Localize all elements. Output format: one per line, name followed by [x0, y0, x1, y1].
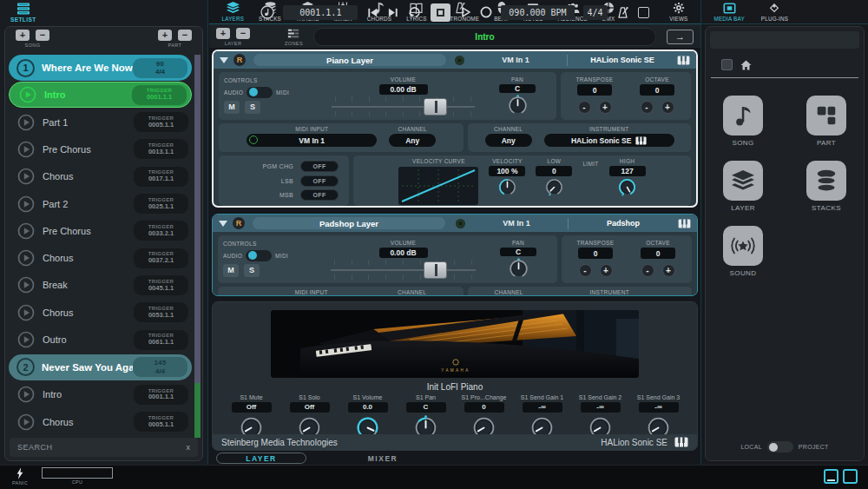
- setlist-part-row[interactable]: Pre ChorusTRIGGER0013.1.1: [8, 135, 193, 162]
- midi-channel-select[interactable]: Any: [389, 134, 436, 147]
- play-circle-icon[interactable]: [17, 304, 35, 321]
- record-arm-button[interactable]: R: [233, 217, 245, 229]
- mute-button[interactable]: M: [223, 264, 239, 277]
- low-limit-value[interactable]: 0: [536, 166, 572, 176]
- volume-value[interactable]: 0.00 dB: [379, 248, 428, 258]
- audio-midi-toggle[interactable]: [247, 87, 273, 98]
- add-song-button[interactable]: +: [16, 30, 30, 41]
- transpose-value[interactable]: 0: [578, 248, 613, 259]
- param-value[interactable]: Off: [290, 402, 330, 413]
- pan-value[interactable]: C: [499, 84, 536, 93]
- velocity-curve-graph[interactable]: [398, 167, 478, 205]
- layer-plugin-name[interactable]: HALion Sonic SE: [575, 56, 669, 64]
- param-value[interactable]: -∞: [581, 402, 621, 413]
- octave-plus-button[interactable]: +: [661, 101, 674, 114]
- retrigger-icon[interactable]: [408, 6, 422, 18]
- instrument-tab-mixer[interactable]: MIXER: [338, 453, 428, 464]
- search-input[interactable]: SEARCH x: [10, 438, 198, 457]
- volume-value[interactable]: 0.00 dB: [379, 84, 428, 95]
- remove-part-button[interactable]: −: [178, 30, 192, 41]
- layer-panel[interactable]: R Piano Layer VM In 1 HALion Sonic SE CO…: [212, 50, 698, 208]
- play-circle-icon[interactable]: [17, 114, 35, 131]
- search-clear-button[interactable]: x: [187, 443, 191, 452]
- play-circle-icon[interactable]: [17, 386, 35, 403]
- high-limit-value[interactable]: 127: [609, 166, 646, 176]
- param-value[interactable]: 0: [464, 402, 504, 413]
- add-part-button[interactable]: +: [158, 30, 172, 41]
- pan-knob[interactable]: [507, 95, 529, 116]
- pan-knob[interactable]: [508, 258, 529, 280]
- current-part-display[interactable]: Intro: [313, 28, 656, 46]
- transport-checkbox[interactable]: [638, 7, 649, 18]
- play-circle-icon[interactable]: [17, 222, 35, 240]
- setlist-part-row[interactable]: IntroTRIGGER0001.1.1: [9, 82, 192, 108]
- home-icon[interactable]: [740, 60, 752, 70]
- add-layer-button[interactable]: +: [216, 28, 230, 39]
- remove-layer-button[interactable]: −: [236, 28, 250, 39]
- param-value[interactable]: Off: [232, 402, 272, 413]
- play-button[interactable]: [459, 6, 471, 18]
- play-circle-icon[interactable]: [17, 141, 35, 158]
- setlist-song-row[interactable]: 2Never Saw You Again1454/4: [9, 354, 192, 380]
- media-bay-layer-button[interactable]: LAYER: [709, 161, 777, 212]
- collapse-triangle-icon[interactable]: [219, 221, 227, 227]
- setlist-part-row[interactable]: IntroTRIGGER0001.1.1: [8, 381, 193, 408]
- stop-button[interactable]: [431, 3, 450, 22]
- param-value[interactable]: C: [406, 402, 446, 413]
- play-circle-icon[interactable]: [17, 276, 35, 294]
- transpose-value[interactable]: 0: [577, 84, 612, 96]
- scrollbar-song2[interactable]: [194, 383, 201, 438]
- param-value[interactable]: -∞: [639, 402, 679, 413]
- layer-panel[interactable]: R Padshop Layer VM In 1 Padshop CONTROLS…: [212, 214, 698, 296]
- layer-name[interactable]: Piano Layer: [253, 54, 446, 66]
- layout-button-2[interactable]: [843, 469, 858, 484]
- play-circle-icon[interactable]: [17, 331, 35, 348]
- forward-button[interactable]: →: [667, 30, 694, 44]
- pgm-chg-button[interactable]: OFF: [300, 161, 339, 172]
- layer-header[interactable]: R Padshop Layer VM In 1 Padshop: [213, 215, 697, 232]
- setlist-part-row[interactable]: BreakTRIGGER0045.1.1: [8, 272, 193, 299]
- instrument-channel-select[interactable]: Any: [485, 134, 532, 147]
- transpose-plus-button[interactable]: +: [600, 264, 613, 277]
- setlist-tab[interactable]: SETLIST: [10, 3, 36, 23]
- media-bay-song-button[interactable]: SONG: [709, 96, 777, 147]
- play-circle-icon[interactable]: [17, 195, 35, 213]
- layer-midi-source[interactable]: VM In 1: [472, 56, 559, 64]
- octave-plus-button[interactable]: +: [662, 264, 675, 277]
- previous-button[interactable]: [366, 7, 378, 18]
- octave-value[interactable]: 0: [641, 248, 675, 259]
- volume-slider-handle[interactable]: [424, 261, 447, 279]
- setlist-part-row[interactable]: Part 1TRIGGER0005.1.1: [8, 109, 193, 135]
- zones-button[interactable]: ZONES: [285, 28, 303, 46]
- remove-song-button[interactable]: −: [36, 30, 49, 41]
- tab-plug-ins[interactable]: PLUG-INS: [753, 0, 795, 23]
- setlist-part-row[interactable]: Part 2TRIGGER0025.1.1: [8, 190, 193, 217]
- layer-plugin-name[interactable]: Padshop: [576, 219, 670, 228]
- play-circle-icon[interactable]: [17, 249, 35, 267]
- local-project-toggle[interactable]: [767, 441, 793, 453]
- layer-header[interactable]: R Piano Layer VM In 1 HALion Sonic SE: [214, 51, 696, 69]
- solo-button[interactable]: S: [244, 264, 260, 277]
- param-value[interactable]: 0.0: [348, 402, 388, 413]
- media-bay-part-button[interactable]: PART: [792, 96, 860, 147]
- setlist-part-row[interactable]: Pre ChorusTRIGGER0033.2.1: [8, 217, 193, 244]
- record-button[interactable]: [480, 6, 492, 18]
- media-filter-checkbox[interactable]: [721, 59, 733, 70]
- high-limit-knob[interactable]: [617, 177, 637, 197]
- play-circle-icon[interactable]: [17, 168, 35, 185]
- time-signature-display[interactable]: 4/4: [583, 5, 608, 20]
- param-value[interactable]: -∞: [523, 402, 562, 413]
- next-button[interactable]: [387, 7, 399, 18]
- keyboard-icon[interactable]: [678, 219, 691, 228]
- setlist-part-row[interactable]: ChorusTRIGGER0017.1.1: [8, 163, 193, 190]
- tab-media-bay[interactable]: MEDIA BAY: [707, 0, 752, 23]
- collapse-triangle-icon[interactable]: [220, 57, 228, 63]
- setlist-part-row[interactable]: ChorusTRIGGER0005.1.1: [8, 408, 193, 435]
- transpose-minus-button[interactable]: -: [579, 264, 592, 277]
- play-circle-icon[interactable]: [17, 413, 35, 431]
- setlist-part-row[interactable]: ChorusTRIGGER0037.2.1: [8, 244, 193, 271]
- keyboard-icon[interactable]: [674, 437, 688, 447]
- pan-value[interactable]: C: [500, 248, 536, 256]
- mute-button[interactable]: M: [224, 101, 240, 114]
- record-arm-button[interactable]: R: [233, 54, 246, 66]
